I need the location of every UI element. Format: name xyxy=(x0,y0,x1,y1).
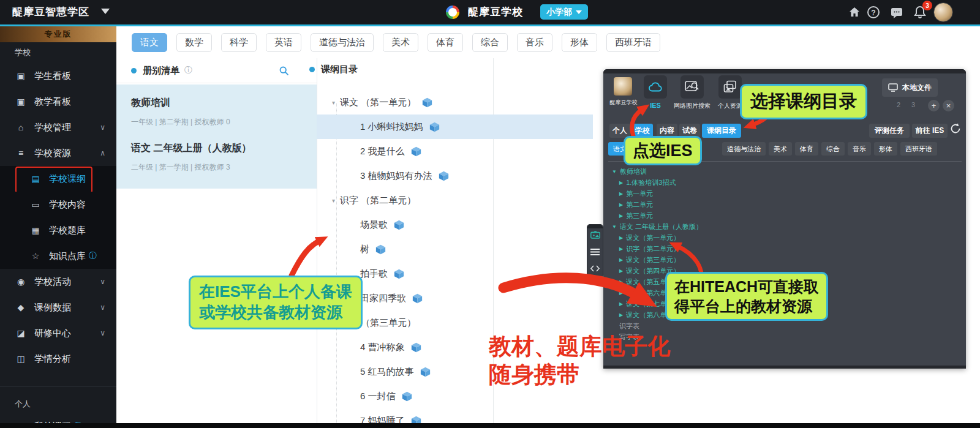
local-file-button[interactable]: 本地文件 xyxy=(882,78,938,97)
tree-expand-arrow[interactable]: ▶ xyxy=(619,246,623,252)
overlay-tree-row[interactable]: ▶ 1.体验培训3招式 xyxy=(607,177,852,188)
tree-expand-arrow[interactable]: ▾ xyxy=(332,99,335,106)
overlay-tree-row[interactable]: ▶ 识字（第二单元） xyxy=(607,243,852,254)
subject-tab[interactable]: 英语 xyxy=(266,33,301,52)
overlay-tree-row[interactable]: ▼ 语文 二年级上册（人教版） xyxy=(607,221,852,232)
chevron-icon[interactable]: ∨ xyxy=(100,303,105,312)
booklist-item[interactable]: 语文 二年级上册（人教版） 二年级 | 第一学期 | 授权教师 3 xyxy=(131,142,302,173)
tree-expand-arrow[interactable]: ▶ xyxy=(619,290,623,296)
overlay-tree-row[interactable]: 识字表 xyxy=(607,320,852,331)
overlay-subject-chip[interactable]: 形体 xyxy=(874,142,897,156)
sidebar-item[interactable]: ◆ 课例数据 ∨ xyxy=(0,295,116,320)
sidebar-item[interactable]: ⌂ 学校管理 ∨ xyxy=(0,115,116,140)
search-icon[interactable] xyxy=(279,66,289,76)
chevron-icon[interactable]: ∨ xyxy=(100,277,105,286)
overlay-tree-row[interactable]: ▼ 教师培训 xyxy=(607,166,852,177)
tree-row[interactable]: 树 xyxy=(317,237,593,261)
add-page-button[interactable]: + xyxy=(928,100,940,111)
subject-tab[interactable]: 音乐 xyxy=(517,33,552,52)
tree-expand-arrow[interactable]: ▶ xyxy=(619,301,623,307)
subject-tab[interactable]: 语文 xyxy=(132,33,167,52)
tab-outline[interactable]: 课纲目录 xyxy=(702,124,741,138)
sidebar-item-icon: ▦ xyxy=(29,225,42,235)
tree-row[interactable]: 1 小蝌蚪找妈妈 xyxy=(317,115,593,139)
sidebar-item[interactable]: ▭ 学校内容 xyxy=(0,192,116,217)
tree-expand-arrow[interactable]: ▶ xyxy=(619,312,623,318)
overlay-tree-row[interactable]: ▶ 课文（第三单元） xyxy=(607,254,852,265)
tree-expand-arrow[interactable]: ▾ xyxy=(332,197,335,204)
subject-tab[interactable]: 科学 xyxy=(221,33,257,52)
sidebar-item[interactable]: ▣ 学生看板 xyxy=(0,63,116,89)
sidebar-item[interactable]: 个人 xyxy=(0,386,116,413)
overlay-subject-chip[interactable]: 体育 xyxy=(795,142,818,156)
chevron-icon[interactable]: ∧ xyxy=(100,149,105,157)
sidebar-item[interactable]: ◉ 学校活动 ∨ xyxy=(0,269,116,295)
overlay-subject-chip[interactable]: 音乐 xyxy=(848,142,871,156)
assess-task-button[interactable]: 评测任务 xyxy=(869,124,910,138)
chevron-icon[interactable]: ∨ xyxy=(100,329,105,337)
tree-expand-arrow[interactable]: ▶ xyxy=(619,213,623,219)
subject-tab[interactable]: 道德与法治 xyxy=(311,33,374,52)
tree-row[interactable]: ▾ 课文 （第一单元） xyxy=(317,90,593,115)
tree-expand-arrow[interactable]: ▶ xyxy=(619,268,623,274)
tree-expand-arrow[interactable]: ▶ xyxy=(619,279,623,285)
page-number[interactable]: 2 xyxy=(894,101,903,108)
list-icon[interactable] xyxy=(590,247,600,258)
cube-icon xyxy=(439,171,449,181)
user-avatar[interactable] xyxy=(933,2,953,22)
goto-ies-button[interactable]: 前往 IES xyxy=(912,124,948,138)
sidebar-item[interactable]: ◫ 学情分析 xyxy=(0,346,116,372)
subject-tab[interactable]: 西班牙语 xyxy=(606,33,660,52)
subject-tab[interactable]: 美术 xyxy=(383,33,418,52)
tree-expand-arrow[interactable]: ▼ xyxy=(612,169,617,175)
sidebar-item[interactable]: ◪ 研修中心 ∨ xyxy=(0,320,116,346)
subject-tab[interactable]: 综合 xyxy=(472,33,508,52)
sidebar-item[interactable]: ≡ 学校资源 ∧ xyxy=(0,140,116,166)
refresh-icon[interactable] xyxy=(949,122,962,135)
overlay-tree-row[interactable]: ▶ 课文（第一单元） xyxy=(607,232,852,243)
overlay-tree-row[interactable]: ▶ 第一单元 xyxy=(607,188,852,199)
ies-cloud-button[interactable] xyxy=(644,75,667,99)
chevron-icon[interactable]: ∨ xyxy=(100,123,105,132)
tree-expand-arrow[interactable]: ▼ xyxy=(612,224,617,230)
overlay-subject-chip[interactable]: 西班牙语 xyxy=(900,142,937,156)
info-icon[interactable]: ⓘ xyxy=(184,65,192,76)
sidebar-item[interactable]: ▦ 学校题库 xyxy=(0,217,116,243)
code-icon[interactable] xyxy=(590,263,600,274)
subject-tab[interactable]: 数学 xyxy=(176,33,212,52)
overlay-tree-row[interactable]: ▶ 第二单元 xyxy=(607,199,852,210)
overlay-subject-chip[interactable]: 道德与法治 xyxy=(722,142,766,156)
tree-row[interactable]: ▾ 识字 （第二单元） xyxy=(317,188,593,212)
overlay-school-avatar[interactable] xyxy=(614,77,632,96)
button-label: 评测任务 xyxy=(875,126,904,136)
tree-row[interactable]: 2 我是什么 xyxy=(317,139,593,163)
subject-tab[interactable]: 体育 xyxy=(428,33,463,52)
overlay-tree-row[interactable]: ▶ 第三单元 xyxy=(607,210,852,221)
home-icon[interactable] xyxy=(847,5,862,20)
tree-row-label: 教师培训 xyxy=(620,167,647,176)
message-icon[interactable] xyxy=(889,5,904,20)
department-dropdown[interactable]: 小学部 xyxy=(540,4,588,20)
tree-expand-arrow[interactable]: ▶ xyxy=(619,180,623,186)
tree-expand-arrow[interactable]: ▶ xyxy=(619,202,623,208)
sidebar-item[interactable]: ▣ 教学看板 xyxy=(0,89,116,115)
tree-expand-arrow[interactable]: ▶ xyxy=(619,191,623,197)
sidebar-item[interactable]: 学校 xyxy=(0,42,116,63)
subject-tab[interactable]: 形体 xyxy=(562,33,597,52)
overlay-subject-chip[interactable]: 综合 xyxy=(821,142,845,156)
district-dropdown-caret[interactable] xyxy=(101,9,110,14)
overlay-subject-chip[interactable]: 美术 xyxy=(769,142,792,156)
tree-expand-arrow[interactable]: ▶ xyxy=(619,257,623,263)
tree-row[interactable]: 3 植物妈妈有办法 xyxy=(317,163,593,188)
resource-folder-icon[interactable] xyxy=(590,230,600,241)
web-image-search-button[interactable] xyxy=(680,75,704,99)
tree-row[interactable]: 场景歌 xyxy=(317,212,593,237)
tree-expand-arrow[interactable]: ▶ xyxy=(619,235,623,241)
help-icon[interactable]: ? xyxy=(866,5,881,20)
booklist-item[interactable]: 教师培训 一年级 | 第二学期 | 授权教师 0 xyxy=(131,97,302,127)
personal-resource-button[interactable] xyxy=(718,75,742,99)
sidebar-item[interactable]: ☆ 知识点库 ⓘ xyxy=(0,243,116,269)
close-button[interactable]: × xyxy=(943,100,954,111)
page-number[interactable]: 3 xyxy=(908,101,918,108)
sidebar-item[interactable]: ▤ 学校课纲 xyxy=(0,166,116,192)
